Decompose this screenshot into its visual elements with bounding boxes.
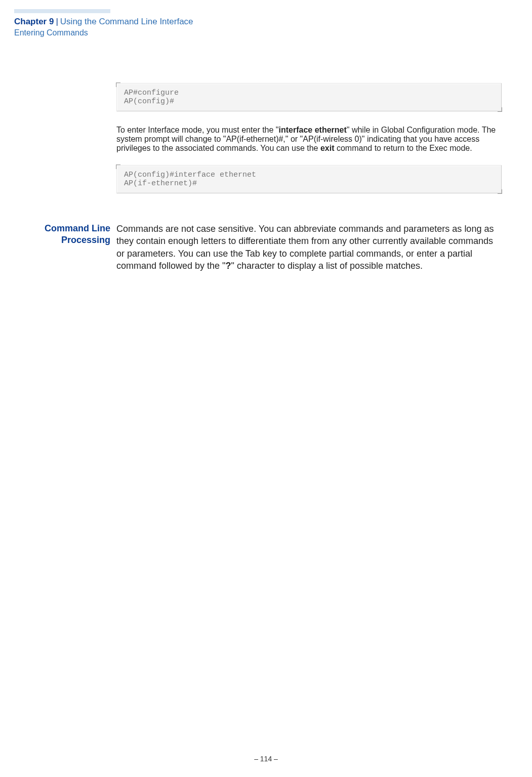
code-text: AP(config)#interface ethernet AP(if-ethe… xyxy=(116,165,502,193)
code-block-configure: AP#configure AP(config)# xyxy=(116,83,502,111)
page-header: Chapter 9|Using the Command Line Interfa… xyxy=(0,0,532,37)
chapter-title: Using the Command Line Interface xyxy=(60,17,193,26)
chapter-line: Chapter 9|Using the Command Line Interfa… xyxy=(14,16,532,27)
text: " character to display a list of possibl… xyxy=(231,261,423,271)
section-body: Commands are not case sensitive. You can… xyxy=(116,223,502,272)
section-name: Entering Commands xyxy=(14,28,532,37)
keyword-exit: exit xyxy=(320,144,335,152)
heading-line1: Command Line xyxy=(45,223,110,233)
page-content: AP#configure AP(config)# To enter Interf… xyxy=(0,37,532,272)
chapter-separator: | xyxy=(54,17,60,26)
page-number: – 114 – xyxy=(0,755,532,763)
spacer xyxy=(14,208,502,223)
paragraph-interface-mode: To enter Interface mode, you must enter … xyxy=(116,126,502,153)
header-tab-decoration xyxy=(14,9,110,13)
text: To enter Interface mode, you must enter … xyxy=(116,126,279,134)
text: command to return to the Exec mode. xyxy=(335,144,472,152)
keyword-question-mark: ? xyxy=(226,261,231,271)
code-text: AP#configure AP(config)# xyxy=(116,83,502,111)
section-command-line-processing: Command Line Processing Commands are not… xyxy=(14,223,502,272)
side-heading: Command Line Processing xyxy=(14,223,116,246)
chapter-label: Chapter 9 xyxy=(14,17,54,26)
code-block-interface: AP(config)#interface ethernet AP(if-ethe… xyxy=(116,165,502,193)
keyword-interface-ethernet: interface ethernet xyxy=(279,126,347,134)
heading-line2: Processing xyxy=(61,235,110,245)
